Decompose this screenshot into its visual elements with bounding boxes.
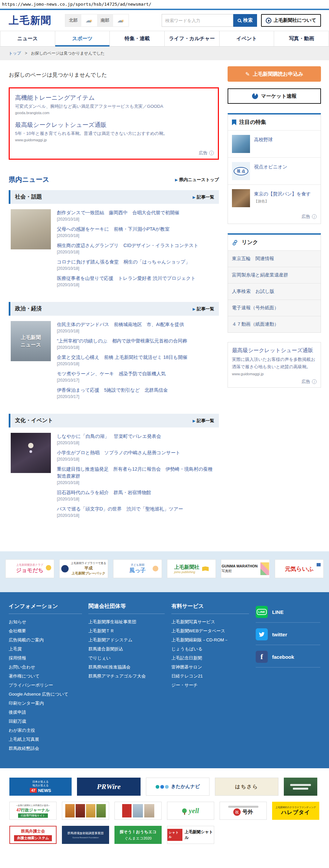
- tab-news[interactable]: ニュース: [0, 31, 55, 46]
- ad-info-icon[interactable]: i: [209, 151, 214, 155]
- banner-kitakan-navi[interactable]: きたかんナビ: [146, 778, 209, 796]
- article-list-link[interactable]: ▶記事一覧: [193, 194, 214, 200]
- banner-japan-photos[interactable]: [114, 802, 162, 820]
- social-facebook-button[interactable]: f facebook: [256, 648, 320, 668]
- ad-title-link[interactable]: 最高級シークレットシューズ通販: [15, 121, 212, 129]
- banner-harebutai[interactable]: 上毛新聞社のクラウドファンディング ハレブタイ: [272, 802, 319, 820]
- banner-47-gyosei-journal[interactable]: ─全国の新聞社と共同通信が提供─ 47行政ジャーナル 行政専門情報サイト: [9, 802, 57, 820]
- section-thumbnail-ballet[interactable]: [11, 433, 51, 473]
- banner-photo-green[interactable]: [284, 778, 317, 796]
- footer-link[interactable]: 上毛新聞ＴＲ: [88, 626, 171, 636]
- footer-link[interactable]: 上毛新聞厚生福祉事業団: [88, 617, 171, 626]
- footer-link[interactable]: でりじぇい: [88, 653, 171, 662]
- tab-photo-video[interactable]: 写真・動画: [274, 31, 329, 46]
- tab-events[interactable]: イベント: [219, 31, 274, 46]
- footer-link[interactable]: Google Adsence 広告について: [9, 689, 88, 699]
- footer-link[interactable]: 印刷センター案内: [9, 699, 88, 708]
- breadcrumb-home-link[interactable]: トップ: [9, 51, 21, 56]
- banner-gourmet-photos[interactable]: [62, 802, 109, 820]
- banner-genki-life[interactable]: 元気らいふ: [275, 559, 324, 578]
- footer-link[interactable]: 日経テレコン21: [171, 672, 256, 681]
- news-item-title[interactable]: しなやかに「白鳥の湖」 甘楽町でバレエ発表会: [57, 433, 217, 440]
- local-news-top-link[interactable]: ▶県内ニューストップ: [175, 177, 219, 183]
- news-item-title[interactable]: 重伝建目指し推進協発足 所有者ら12月に報告会 伊勢崎・境島村の蚕種製造農家群: [57, 466, 217, 480]
- footer-link[interactable]: 上毛記念日新聞: [171, 653, 256, 662]
- news-item-title[interactable]: 桐生商の渡辺さんグランプリ CIDデザイン・イラストコンテスト: [57, 242, 217, 249]
- market-report-button[interactable]: マーケット速報: [228, 88, 321, 104]
- tab-life-culture[interactable]: ライフ・カルチャー: [164, 31, 219, 46]
- ad-choices-label[interactable]: 広告 i: [228, 212, 321, 224]
- search-button[interactable]: 検索: [233, 14, 257, 27]
- footer-link[interactable]: お問い合わせ: [9, 662, 88, 672]
- site-logo[interactable]: 上毛新聞: [9, 14, 52, 27]
- banner-kazakko[interactable]: 子ども新聞 風っ子: [113, 559, 162, 578]
- article-list-link[interactable]: ▶記事一覧: [193, 418, 214, 424]
- social-twitter-button[interactable]: twitter: [256, 625, 320, 645]
- article-list-link[interactable]: ▶記事一覧: [193, 306, 214, 312]
- about-company-button[interactable]: 上毛新聞社について: [261, 14, 321, 27]
- footer-link[interactable]: 群馬県アマチュアゴルフ大会: [88, 672, 171, 681]
- footer-link[interactable]: 採用情報: [9, 653, 88, 662]
- footer-link[interactable]: 群馬政経懇話会: [9, 744, 88, 753]
- footer-link[interactable]: 雷神囲碁サロン: [171, 662, 256, 672]
- sidebar-link-personnel[interactable]: 人事検索 お試し版: [228, 283, 321, 300]
- footer-link[interactable]: 著作権について: [9, 672, 88, 681]
- tab-features[interactable]: 特集・連載: [109, 31, 164, 46]
- footer-link[interactable]: じょうもばいる: [171, 644, 256, 653]
- footer-link[interactable]: 上毛新聞縮刷版－CD-ROM－: [171, 636, 256, 644]
- footer-link[interactable]: 群馬県NIE推進協議会: [88, 662, 171, 672]
- banner-environment-foundation[interactable]: 群馬環境放射能調査事業団 Gunma Research Foundation: [62, 826, 109, 844]
- news-item-title[interactable]: 父母への感謝をケーキに 前橋・下川淵小PTAが教室: [57, 226, 217, 232]
- banner-hachisara[interactable]: はちさら: [215, 778, 278, 796]
- social-line-button[interactable]: LINE LINE: [256, 603, 320, 623]
- footer-link[interactable]: お知らせ: [9, 617, 88, 626]
- footer-link[interactable]: 群馬連合新聞折込: [88, 644, 171, 653]
- news-item-title[interactable]: 伊香保泊まって応援 5施設で割引など 北群馬信金: [57, 386, 217, 394]
- banner-yell[interactable]: yell: [167, 802, 214, 820]
- news-item-title[interactable]: モツ煮やラーメン、ケーキ 感染予防で自販機人気: [57, 370, 217, 377]
- featured-item-opinion[interactable]: 視 点 視点オピニオン: [228, 157, 321, 184]
- footer-link[interactable]: ジー・サーチ: [171, 681, 256, 689]
- footer-link[interactable]: 上毛新聞アドシステム: [88, 636, 171, 644]
- news-item-title[interactable]: 住民主体のデマンドバス 前橋城南地区 市、AI配車を提供: [57, 321, 217, 328]
- news-item-title[interactable]: コロナに負けず踏ん張る食堂 桐生の「はっちゃんショップ」: [57, 258, 217, 266]
- banner-bar-association[interactable]: 群馬弁護士会 弁護士検索システム: [9, 826, 57, 844]
- banner-gunma-marathon[interactable]: GUNMA MARATHON 写真館: [221, 559, 270, 578]
- ad-info-icon[interactable]: i: [312, 379, 317, 384]
- sidebar-link-tomioka[interactable]: 富岡製糸場と絹産業遺産群: [228, 267, 321, 283]
- news-item-title[interactable]: 企業と交流し心構え 前橋 上毛新聞社で就活ゼミ 18日も開催: [57, 354, 217, 361]
- footer-link[interactable]: 後援申請: [9, 708, 88, 717]
- news-item-title[interactable]: 創作ダンスで一致団結 藤岡西中 合唱大会代替で初開催: [57, 209, 217, 216]
- footer-link[interactable]: 広告掲載のご案内: [9, 636, 88, 644]
- ad-info-icon[interactable]: i: [312, 214, 317, 219]
- news-item-title[interactable]: バスで巡る「頭文字D」の世界 渋川で「聖地巡礼」ツアー: [57, 505, 217, 513]
- footer-link[interactable]: わが家の主役: [9, 726, 88, 735]
- banner-eco-2020[interactable]: 探そう！おうちエコ ぐんまエコ2020: [114, 826, 162, 844]
- section-thumbnail-city[interactable]: 上毛新聞 ニュース: [11, 321, 51, 361]
- banner-jomo-shuttle[interactable]: シャトル 上毛新聞シャトル: [167, 826, 214, 844]
- banner-jomo-publishing[interactable]: 上毛新聞社 jomo publishing: [167, 559, 216, 578]
- footer-link[interactable]: 上毛賞: [9, 644, 88, 653]
- sidebar-link-olympics[interactable]: 東京五輪 関連情報: [228, 250, 321, 267]
- footer-link[interactable]: 上毛新聞WEBデータベース: [171, 626, 256, 636]
- banner-prwire[interactable]: PRWire: [77, 778, 140, 796]
- banner-jomodachi[interactable]: 上毛新聞愛読者クラブ ジョモだち: [5, 559, 54, 578]
- banner-gogai[interactable]: 祝 号外: [220, 802, 267, 820]
- ad-choices-label[interactable]: 広告 i: [199, 150, 214, 156]
- news-item-title[interactable]: “上州宰相”の功績しのぶ 都内で故中曽根康弘元首相の合同葬: [57, 337, 217, 344]
- news-item-title[interactable]: 小学生がプロと熱唱 ソプラノの中嶋さん慈善コンサート: [57, 449, 217, 456]
- search-input[interactable]: [162, 14, 233, 27]
- subscribe-button[interactable]: ✎ 上毛新聞購読お申込み: [228, 66, 321, 82]
- news-item-title[interactable]: 旧石器時代のムラを紹介 群馬・岩宿博物館: [57, 489, 217, 496]
- browser-url[interactable]: https://www.jomo-news.co.jp/sports/hsb/1…: [0, 0, 329, 9]
- footer-link[interactable]: 会社概要: [9, 626, 88, 636]
- banner-47news[interactable]: 日本が見える 地方が見える 47 NEWS: [9, 778, 72, 796]
- ad-choices-label[interactable]: 広告 i: [232, 376, 317, 384]
- ad-title-link[interactable]: 最高級シークレットシューズ通販: [232, 347, 317, 354]
- sidebar-link-ebulletin[interactable]: 電子速報（号外紙面）: [228, 300, 321, 316]
- featured-item-bread[interactable]: 東京の【贅沢パン】を食す 【旅色】: [228, 184, 321, 212]
- featured-item-baseball[interactable]: 高校野球: [228, 130, 321, 157]
- section-thumbnail-dance[interactable]: [11, 209, 51, 249]
- footer-link[interactable]: 上毛紙上写真展: [9, 735, 88, 744]
- footer-link[interactable]: 回顧万歳: [9, 717, 88, 726]
